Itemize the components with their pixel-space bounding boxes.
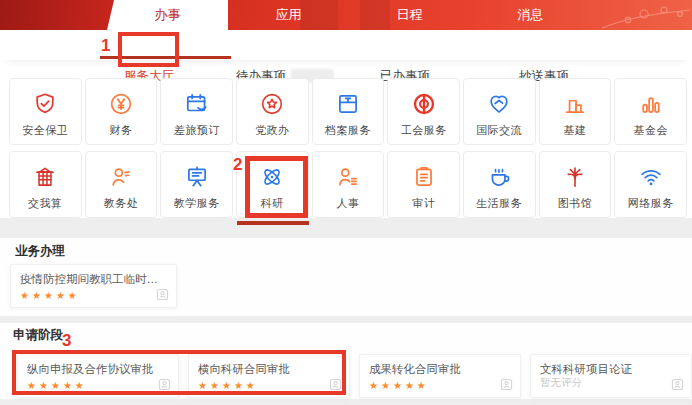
heart-handshake-icon <box>486 90 512 118</box>
annotation-underline-step2 <box>237 221 309 225</box>
union-emblem-icon <box>411 90 437 118</box>
card-badge-icon[interactable] <box>156 288 169 301</box>
app-tile-label: 审计 <box>412 196 435 211</box>
app-tile-archives[interactable]: 档案服务 <box>312 78 385 145</box>
service-card-liberal-arts-project-review[interactable]: 文科科研项目论证 暂无评分 <box>530 354 692 398</box>
app-tile-label: 交我算 <box>28 196 63 211</box>
tab-xiaoxi[interactable]: 消息 <box>470 0 591 30</box>
app-tile-travel-booking[interactable]: 差旅预订 <box>160 78 233 145</box>
clipboard-icon <box>411 163 437 191</box>
star-rating: ★★★★★ <box>20 290 80 301</box>
annotation-digit-step3: 3 <box>62 331 71 351</box>
tab-banshi[interactable]: 办事 <box>107 0 228 30</box>
wifi-icon <box>638 163 664 191</box>
app-tile-academic-affairs[interactable]: 教务处 <box>85 151 158 218</box>
app-tile-party-gov-office[interactable]: 党政办 <box>236 78 309 145</box>
app-tile-jiaowosuan-computing[interactable]: 交我算 <box>9 151 82 218</box>
archive-box-icon <box>335 90 361 118</box>
app-tile-label: 财务 <box>109 123 132 138</box>
app-tile-label: 国际交流 <box>476 123 522 138</box>
top-tab-bar: 办事 应用 日程 消息 <box>107 0 591 30</box>
tab-yingyong[interactable]: 应用 <box>228 0 349 30</box>
business-section-title: 业务办理 <box>15 243 65 260</box>
app-tile-label: 教务处 <box>104 196 139 211</box>
annotation-digit-step1: 1 <box>101 36 110 56</box>
app-tile-label: 档案服务 <box>325 123 371 138</box>
app-tile-international-exchange[interactable]: 国际交流 <box>463 78 536 145</box>
app-tile-label: 教学服务 <box>174 196 220 211</box>
business-section: 业务办理 疫情防控期间教职工临时使用实验… ★★★★★ <box>0 238 692 316</box>
app-tile-label: 党政办 <box>255 123 290 138</box>
app-tile-network-services[interactable]: 网络服务 <box>614 151 687 218</box>
app-tile-audit[interactable]: 审计 <box>387 151 460 218</box>
annotation-box-research <box>245 156 308 218</box>
travel-calendar-icon <box>184 90 210 118</box>
card-badge-icon[interactable] <box>500 378 513 391</box>
star-rating: ★★★★★ <box>369 380 429 391</box>
app-tile-labor-union[interactable]: 工会服务 <box>387 78 460 145</box>
top-header-bar: 办事 应用 日程 消息 <box>0 0 692 30</box>
computing-gate-icon <box>32 163 58 191</box>
bar-chart-icon <box>638 90 664 118</box>
apply-stage-section-title: 申请阶段 <box>13 327 63 344</box>
tab-richeng[interactable]: 日程 <box>349 0 470 30</box>
app-tile-finance[interactable]: 财务 <box>85 78 158 145</box>
app-tile-library[interactable]: 图书馆 <box>539 151 612 218</box>
service-card-title: 疫情防控期间教职工临时使用实验… <box>20 272 168 287</box>
app-tile-label: 安全保卫 <box>22 123 68 138</box>
service-card-title: 文科科研项目论证 <box>540 362 683 377</box>
card-badge-icon[interactable] <box>671 378 684 391</box>
app-tile-label: 生活服务 <box>476 196 522 211</box>
star-circle-icon <box>259 90 285 118</box>
app-tile-security[interactable]: 安全保卫 <box>9 78 82 145</box>
app-tile-infrastructure[interactable]: 基建 <box>539 78 612 145</box>
buildings-icon <box>562 90 588 118</box>
service-card-covid-lab-use[interactable]: 疫情防控期间教职工临时使用实验… ★★★★★ <box>10 264 177 308</box>
app-tile-label: 差旅预订 <box>174 123 220 138</box>
coffee-cup-icon <box>486 163 512 191</box>
no-rating-text: 暂无评分 <box>540 376 582 390</box>
library-tree-icon <box>562 163 588 191</box>
service-card-title: 成果转化合同审批 <box>369 362 512 377</box>
person-list-icon <box>335 163 361 191</box>
app-tile-life-services[interactable]: 生活服务 <box>463 151 536 218</box>
annotation-box-apply-cards <box>12 350 346 395</box>
app-tile-label: 网络服务 <box>628 196 674 211</box>
person-edit-icon <box>108 163 134 191</box>
portal-page: 办事 应用 日程 消息 服务大厅 待办事项 已办事项 抄送事项 安全保卫 财务 <box>0 0 692 405</box>
app-tile-label: 基建 <box>563 123 586 138</box>
yen-circle-icon <box>108 90 134 118</box>
presentation-board-icon <box>184 163 210 191</box>
app-tile-label: 基金会 <box>633 123 668 138</box>
annotation-digit-step2: 2 <box>233 155 242 175</box>
app-tile-teaching-services[interactable]: 教学服务 <box>160 151 233 218</box>
app-tile-label: 图书馆 <box>558 196 593 211</box>
annotation-box-service-hall <box>118 32 179 67</box>
app-grid: 安全保卫 财务 差旅预订 党政办 档案服务 <box>9 78 687 218</box>
shield-check-icon <box>32 90 58 118</box>
app-tile-foundation[interactable]: 基金会 <box>614 78 687 145</box>
app-tile-hr[interactable]: 人事 <box>312 151 385 218</box>
app-tile-label: 人事 <box>336 196 359 211</box>
app-tile-label: 工会服务 <box>401 123 447 138</box>
service-card-achievement-transform-approval[interactable]: 成果转化合同审批 ★★★★★ <box>359 354 521 398</box>
